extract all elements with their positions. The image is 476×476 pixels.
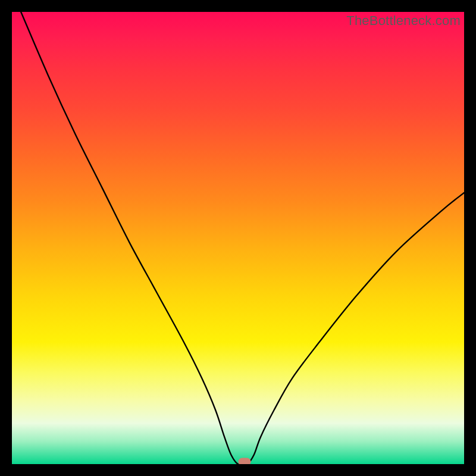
curve-layer [12,12,464,464]
plot-area: TheBottleneck.com [12,12,464,464]
watermark-text: TheBottleneck.com [346,13,461,29]
optimal-point-marker [239,458,251,464]
bottleneck-curve [21,12,464,464]
chart-frame: TheBottleneck.com [0,0,476,476]
